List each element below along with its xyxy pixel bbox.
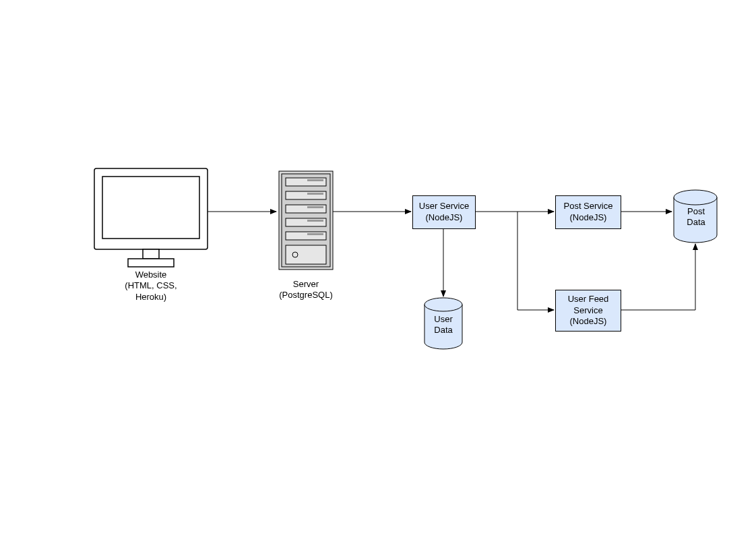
website-label: Website (HTML, CSS, Heroku)	[101, 270, 201, 303]
svg-rect-11	[307, 206, 323, 208]
server-icon	[279, 171, 333, 270]
svg-rect-12	[286, 218, 326, 226]
user-feed-service-box: User FeedService(NodeJS)	[555, 290, 621, 332]
svg-rect-16	[286, 245, 326, 264]
svg-rect-10	[286, 205, 326, 213]
svg-rect-7	[307, 179, 323, 181]
arrow-userfeed-postdata	[621, 244, 695, 310]
svg-point-18	[424, 298, 462, 311]
svg-rect-6	[286, 178, 326, 186]
svg-rect-13	[307, 220, 323, 222]
svg-rect-14	[286, 232, 326, 240]
svg-rect-15	[307, 233, 323, 235]
arrow-split-userfeed	[517, 212, 554, 310]
architecture-diagram: Website (HTML, CSS, Heroku) Server (Post…	[0, 0, 756, 535]
monitor-icon	[94, 168, 208, 267]
diagram-svg	[0, 0, 756, 535]
user-data-label: UserData	[424, 314, 462, 336]
svg-rect-9	[307, 193, 323, 195]
svg-rect-1	[102, 177, 199, 239]
server-label: Server (PostgreSQL)	[267, 279, 345, 301]
svg-rect-2	[143, 249, 159, 259]
svg-rect-8	[286, 191, 326, 199]
svg-point-19	[674, 190, 717, 205]
post-data-label: PostData	[675, 206, 717, 228]
post-service-box: Post Service(NodeJS)	[555, 195, 621, 229]
user-service-box: User Service(NodeJS)	[412, 195, 476, 229]
svg-rect-3	[128, 259, 174, 267]
